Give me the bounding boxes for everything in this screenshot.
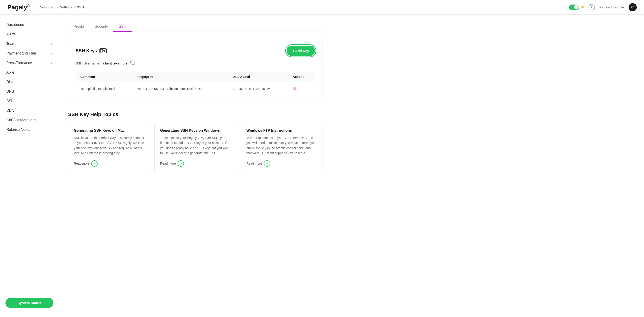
sidebar-label-team: Team: [6, 42, 15, 46]
sidebar: Dashboard Alerts Team ∨ Payment and Plan…: [0, 14, 59, 317]
sidebar-label-cdn: CDN: [6, 108, 14, 113]
sidebar-bottom: System Status: [0, 294, 59, 312]
tab-profile[interactable]: Profile: [68, 22, 89, 32]
breadcrumb: Dashboard / Settings / SSH: [39, 5, 84, 9]
ssh-username-label: SSH Username:: [76, 61, 100, 65]
help-icon[interactable]: ?: [588, 4, 595, 10]
read-more-mac[interactable]: Read more →: [74, 160, 144, 167]
ssh-keys-card: SSH Keys + Add Key SSH Username: client_…: [68, 39, 322, 102]
logo: Pagely®: [7, 4, 30, 11]
sidebar-label-dns: DNS: [6, 90, 14, 94]
read-more-mac-label: Read more: [74, 162, 90, 165]
sidebar-label-ssl: SSL: [6, 99, 13, 103]
table-header: Comment Fingerprint Date Added Actions: [76, 72, 315, 82]
read-more-windows[interactable]: Read more →: [160, 160, 230, 167]
theme-toggle[interactable]: [569, 4, 579, 10]
breadcrumb-sep-1: /: [57, 5, 58, 9]
sidebar-item-release[interactable]: Release Notes: [0, 125, 59, 134]
theme-toggle-wrap: ☀️: [569, 4, 584, 10]
help-cards-grid: Generating SSH Keys on Mac SSH keys are …: [68, 123, 322, 172]
sidebar-item-team[interactable]: Team ∨: [0, 39, 59, 48]
help-card-ftp-title: Windows FTP Instructions: [246, 128, 317, 132]
help-card-ftp: Windows FTP Instructions In order to con…: [241, 123, 322, 172]
ssh-username-row: SSH Username: client_example: [76, 60, 315, 66]
sidebar-item-ssl[interactable]: SSL: [0, 96, 59, 106]
help-card-mac: Generating SSH Keys on Mac SSH keys are …: [68, 123, 150, 172]
user-name: Pagely Example: [600, 5, 624, 9]
help-card-windows-text: To connect to your Pagely VPS over SSH, …: [160, 135, 230, 156]
breadcrumb-ssh: SSH: [77, 5, 84, 9]
help-topics-section: SSH Key Help Topics Generating SSH Keys …: [68, 112, 322, 172]
svg-marker-1: [103, 50, 104, 52]
sidebar-label-cicd: CI/CD Integrations: [6, 118, 36, 122]
svg-rect-2: [132, 62, 134, 65]
help-card-mac-title: Generating SSH Keys on Mac: [74, 128, 144, 132]
sidebar-item-cicd[interactable]: CI/CD Integrations: [0, 115, 59, 125]
sidebar-label-payment: Payment and Plan: [6, 51, 36, 56]
read-more-ftp[interactable]: Read more →: [246, 160, 317, 167]
chevron-down-icon: ∨: [50, 61, 52, 65]
help-card-mac-text: SSH keys are the perfect way to securely…: [74, 135, 144, 156]
help-card-ftp-text: In order to connect to your VPS server v…: [246, 135, 317, 156]
chevron-down-icon: ∨: [50, 52, 52, 55]
layout: Dashboard Alerts Team ∨ Payment and Plan…: [0, 14, 644, 317]
ssh-keys-table: Comment Fingerprint Date Added Actions e…: [76, 72, 315, 96]
sun-icon: ☀️: [580, 6, 584, 9]
avatar[interactable]: PE: [628, 3, 637, 11]
col-comment: Comment: [76, 72, 132, 82]
row-comment: example@example.local: [76, 82, 132, 96]
breadcrumb-settings[interactable]: Settings: [60, 5, 72, 9]
sidebar-label-dashboard: Dashboard: [6, 23, 24, 27]
sidebar-label-release: Release Notes: [6, 128, 30, 132]
ssh-keys-title: SSH Keys: [76, 48, 97, 53]
add-key-button[interactable]: + Add Key: [286, 46, 315, 56]
main-inner: Profile Security SSH SSH Keys + Add Key: [59, 14, 332, 180]
sidebar-item-dashboard[interactable]: Dashboard: [0, 20, 59, 30]
read-more-ftp-label: Read more: [246, 162, 262, 165]
sidebar-label-disk: Disk: [6, 80, 14, 84]
col-date-added: Date Added: [228, 72, 288, 82]
svg-rect-0: [100, 49, 103, 52]
tab-security[interactable]: Security: [89, 22, 113, 32]
sidebar-item-cdn[interactable]: CDN: [0, 106, 59, 115]
video-icon[interactable]: [100, 48, 107, 53]
logo-text: Pagely: [7, 4, 27, 11]
arrow-right-icon: →: [264, 160, 270, 167]
arrow-right-icon: →: [91, 160, 98, 167]
top-header: Pagely® Dashboard / Settings / SSH ☀️ ? …: [0, 0, 644, 14]
sidebar-item-apps[interactable]: Apps: [0, 68, 59, 77]
tab-ssh[interactable]: SSH: [113, 22, 132, 32]
sidebar-item-dns[interactable]: DNS: [0, 87, 59, 96]
system-status-button[interactable]: System Status: [6, 298, 53, 308]
copy-icon[interactable]: [130, 60, 135, 66]
help-card-windows-title: Generating SSH Keys on Windows: [160, 128, 230, 132]
card-header: SSH Keys + Add Key: [76, 46, 315, 56]
help-card-windows: Generating SSH Keys on Windows To connec…: [154, 123, 236, 172]
read-more-windows-label: Read more: [160, 162, 176, 165]
help-topics-title: SSH Key Help Topics: [68, 112, 322, 118]
sidebar-item-pressformance[interactable]: PressFormance ∨: [0, 58, 59, 68]
logo-registered: ®: [27, 4, 30, 8]
table-body: example@example.local 8e:13:41:23:05:df:…: [76, 82, 315, 96]
arrow-right-icon: →: [178, 160, 184, 167]
main-content: Profile Security SSH SSH Keys + Add Key: [59, 14, 644, 317]
table-row: example@example.local 8e:13:41:23:05:df:…: [76, 82, 315, 96]
play-icon: [100, 49, 104, 52]
sidebar-item-disk[interactable]: Disk: [0, 77, 59, 87]
sidebar-label-pressformance: PressFormance: [6, 61, 32, 65]
col-actions: Actions: [288, 72, 315, 82]
header-left: Pagely® Dashboard / Settings / SSH: [7, 4, 84, 11]
card-title: SSH Keys: [76, 48, 107, 53]
col-fingerprint: Fingerprint: [132, 72, 228, 82]
ssh-username-value: client_example: [103, 61, 128, 65]
breadcrumb-dashboard[interactable]: Dashboard: [39, 5, 56, 9]
sidebar-label-alerts: Alerts: [6, 32, 16, 36]
delete-key-button[interactable]: ✕: [293, 86, 296, 92]
sidebar-item-alerts[interactable]: Alerts: [0, 30, 59, 39]
sidebar-item-payment[interactable]: Payment and Plan ∨: [0, 48, 59, 58]
breadcrumb-sep-2: /: [74, 5, 75, 9]
row-fingerprint: 8e:13:41:23:05:df:41:4f:bc:3c:2f:e4:12:c…: [132, 82, 228, 96]
chevron-down-icon: ∨: [50, 42, 52, 46]
header-right: ☀️ ? Pagely Example PE: [569, 3, 637, 11]
row-actions: ✕: [288, 82, 315, 96]
